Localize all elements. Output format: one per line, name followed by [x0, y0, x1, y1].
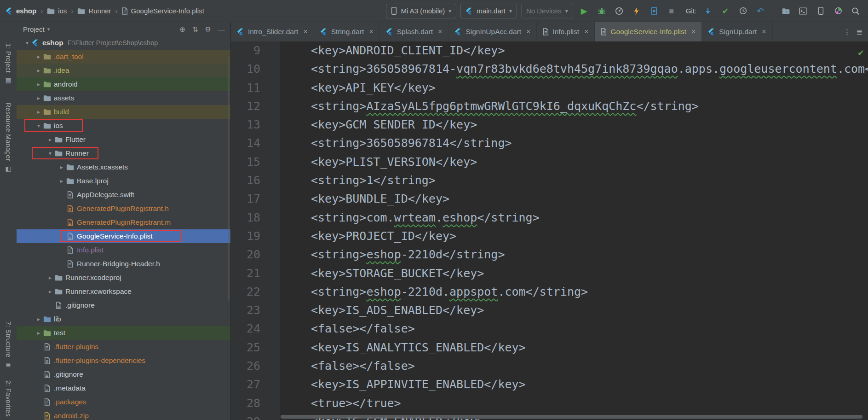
tree-row[interactable]: ▸.idea [17, 64, 230, 77]
breadcrumb-item[interactable]: Runner [77, 7, 111, 15]
editor-tab[interactable]: Intro_Slider.dart× [231, 22, 314, 41]
tree-collapsed-icon[interactable]: ▸ [34, 95, 43, 101]
editor-tab[interactable]: GoogleService-Info.plist× [595, 22, 702, 41]
locate-file-button[interactable]: ⊕ [179, 26, 185, 33]
breadcrumb-item[interactable]: eshop [6, 7, 36, 15]
line-number[interactable]: 17 [231, 190, 260, 208]
line-number[interactable]: 10 [231, 60, 260, 78]
tree-collapsed-icon[interactable]: ▸ [46, 136, 54, 143]
line-number[interactable]: 16 [231, 171, 260, 190]
target-device-dropdown[interactable]: No Devices ▾ [521, 4, 573, 18]
tree-collapsed-icon[interactable]: ▸ [46, 274, 54, 281]
breadcrumb-item[interactable]: ios [47, 7, 67, 15]
code-line[interactable]: <false></false> [260, 357, 415, 375]
hidden-tabs-icon[interactable]: ≣ [857, 28, 862, 36]
code-line[interactable]: <key>BUNDLE_ID</key> [260, 190, 449, 208]
tree-row[interactable]: .flutter-plugins [17, 340, 230, 354]
close-icon[interactable]: × [762, 28, 766, 36]
tree-row[interactable]: ▸android [17, 77, 230, 91]
tree-collapsed-icon[interactable]: ▸ [57, 178, 66, 184]
git-update-button[interactable] [701, 4, 715, 18]
sync-project-button[interactable] [779, 4, 793, 18]
hide-panel-button[interactable]: — [218, 26, 225, 33]
code-line[interactable]: <string>com.wrteam.eshop</string> [260, 209, 540, 227]
line-number[interactable]: 27 [231, 375, 260, 394]
tool-strip-item[interactable]: Resource Manager◧ [0, 103, 17, 172]
tree-expanded-icon[interactable]: ▾ [23, 40, 31, 46]
code-line[interactable]: <string>eshop-2210d</string> [260, 245, 505, 264]
code-line[interactable]: <key>PROJECT_ID</key> [260, 227, 456, 245]
search-everywhere-button[interactable] [849, 4, 862, 18]
stop-button[interactable]: ■ [665, 4, 678, 18]
horizontal-scrollbar[interactable] [281, 415, 862, 419]
git-history-button[interactable] [736, 4, 750, 18]
tree-row[interactable]: Runner-Bridging-Header.h [17, 257, 230, 271]
tool-strip-item[interactable]: 2: Favorites★ [0, 380, 17, 420]
tree-row[interactable]: .metadata [17, 381, 230, 395]
editor-tab[interactable]: String.dart× [314, 22, 380, 41]
tree-row[interactable]: ▸.dart_tool [17, 50, 230, 64]
code-line[interactable]: <key>API_KEY</key> [260, 79, 436, 97]
tree-collapsed-icon[interactable]: ▸ [34, 53, 43, 60]
code-line[interactable]: <key>IS_APPINVITE_ENABLED</key> [260, 375, 526, 394]
git-rollback-button[interactable]: ↶ [753, 4, 767, 18]
project-view-selector[interactable]: Project ▾ [23, 25, 50, 33]
debug-button[interactable] [595, 4, 609, 18]
breadcrumb-item[interactable]: GoogleService-Info.plist [122, 7, 204, 15]
run-config-dropdown[interactable]: main.dart ▾ [460, 4, 517, 18]
code-line[interactable]: <key>GCM_SENDER_ID</key> [260, 116, 477, 134]
tree-row[interactable]: ▸test [17, 326, 230, 340]
code-line[interactable]: <string>365058967814</string> [260, 134, 512, 152]
line-number[interactable]: 28 [231, 394, 260, 413]
close-icon[interactable]: × [584, 28, 588, 36]
tree-collapsed-icon[interactable]: ▸ [34, 316, 43, 322]
tree-row[interactable]: ▾ios [17, 119, 230, 133]
line-number[interactable]: 23 [231, 301, 260, 320]
code-line[interactable]: <key>PLIST_VERSION</key> [260, 153, 477, 171]
editor-tab[interactable]: Info.plist× [537, 22, 595, 41]
close-icon[interactable]: × [526, 28, 530, 36]
code-line[interactable]: <false></false> [260, 320, 415, 338]
tree-collapsed-icon[interactable]: ▸ [34, 109, 43, 115]
tree-row-root[interactable]: ▾eshopF:\Flutter Project\eShop\eshop [17, 36, 230, 50]
profile-app-button[interactable] [831, 4, 845, 18]
editor-tab[interactable]: SignInUpAcc.dart× [448, 22, 537, 41]
line-number[interactable]: 24 [231, 320, 260, 338]
project-scrollbar[interactable] [228, 57, 230, 301]
code-line[interactable]: <true></true> [260, 394, 401, 413]
tree-row[interactable]: GeneratedPluginRegistrant.h [17, 202, 230, 216]
line-number[interactable]: 19 [231, 227, 260, 245]
tree-collapsed-icon[interactable]: ▸ [34, 330, 43, 336]
tree-collapsed-icon[interactable]: ▸ [34, 67, 43, 74]
tree-row[interactable]: ▸build [17, 105, 230, 119]
tree-row[interactable]: ▸Runner.xcworkspace [17, 285, 230, 298]
tree-expanded-icon[interactable]: ▾ [46, 150, 54, 157]
tool-strip-item[interactable]: 1: Project▦ [0, 43, 17, 84]
line-number[interactable]: 18 [231, 209, 260, 227]
code-line[interactable]: <string>1</string> [260, 171, 436, 190]
line-number[interactable]: 21 [231, 264, 260, 283]
close-icon[interactable]: × [438, 28, 442, 36]
tree-row[interactable]: ▸Assets.xcassets [17, 160, 230, 174]
more-vertical-icon[interactable]: ⋮ [844, 28, 851, 36]
editor-tab[interactable]: SignUp.dart× [702, 22, 772, 41]
tree-row[interactable]: ▸assets [17, 91, 230, 105]
code-line[interactable]: <string>eshop-2210d.appspot.com</string> [260, 283, 588, 301]
line-number[interactable]: 12 [231, 97, 260, 116]
line-number[interactable]: 14 [231, 134, 260, 152]
tree-collapsed-icon[interactable]: ▸ [46, 288, 54, 295]
git-commit-button[interactable]: ✔ [719, 4, 732, 18]
attach-debugger-button[interactable] [647, 4, 661, 18]
tree-row[interactable]: AppDelegate.swift [17, 188, 230, 202]
device-manager-button[interactable] [814, 4, 828, 18]
code-line[interactable]: <key>IS_ADS_ENABLED</key> [260, 301, 484, 320]
tree-expanded-icon[interactable]: ▾ [34, 122, 43, 129]
line-number[interactable]: 26 [231, 357, 260, 375]
terminal-button[interactable] [796, 4, 810, 18]
tree-row[interactable]: ▸Runner.xcodeproj [17, 271, 230, 285]
tree-row[interactable]: GeneratedPluginRegistrant.m [17, 216, 230, 229]
sort-options-button[interactable]: ⇅ [192, 26, 198, 33]
tree-row[interactable]: ▸lib [17, 312, 230, 326]
profiler-button[interactable] [612, 4, 626, 18]
tree-row[interactable]: Info.plist [17, 243, 230, 257]
